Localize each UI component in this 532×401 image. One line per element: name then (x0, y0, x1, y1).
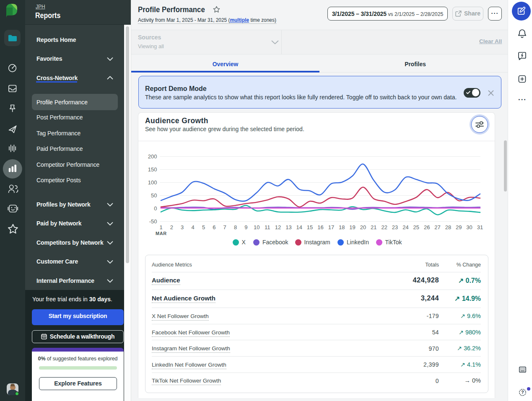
svg-text:17: 17 (328, 224, 334, 230)
svg-text:9: 9 (244, 224, 247, 230)
svg-text:?: ? (521, 390, 524, 395)
svg-text:31: 31 (477, 224, 483, 230)
svg-text:15: 15 (307, 224, 313, 230)
svg-text:16: 16 (317, 224, 323, 230)
svg-text:13: 13 (285, 224, 291, 230)
svg-text:5: 5 (202, 224, 205, 230)
svg-text:-50: -50 (149, 218, 157, 225)
svg-text:2: 2 (170, 224, 173, 230)
svg-text:20: 20 (360, 224, 366, 230)
svg-text:25: 25 (413, 224, 419, 230)
svg-text:29: 29 (456, 224, 462, 230)
svg-text:11: 11 (265, 224, 270, 230)
svg-text:0: 0 (154, 205, 157, 212)
svg-text:23: 23 (392, 224, 398, 230)
svg-text:3: 3 (181, 224, 184, 230)
svg-text:8: 8 (234, 224, 237, 230)
svg-text:4: 4 (191, 224, 194, 230)
svg-text:21: 21 (371, 224, 376, 230)
svg-text:100: 100 (148, 179, 157, 186)
svg-text:30: 30 (466, 224, 472, 230)
svg-text:MAR: MAR (156, 231, 167, 236)
svg-text:200: 200 (148, 153, 157, 160)
svg-text:26: 26 (424, 224, 430, 230)
svg-text:50: 50 (151, 192, 157, 199)
svg-text:12: 12 (275, 224, 281, 230)
svg-text:27: 27 (434, 224, 440, 230)
svg-text:10: 10 (254, 224, 260, 230)
svg-text:19: 19 (349, 224, 355, 230)
svg-text:6: 6 (213, 224, 215, 230)
svg-text:28: 28 (445, 224, 451, 230)
svg-text:22: 22 (381, 224, 387, 230)
svg-text:150: 150 (148, 166, 157, 173)
svg-text:7: 7 (223, 224, 226, 230)
svg-text:24: 24 (402, 224, 408, 230)
svg-text:1: 1 (159, 224, 162, 230)
svg-text:14: 14 (296, 224, 302, 230)
svg-text:18: 18 (339, 224, 345, 230)
